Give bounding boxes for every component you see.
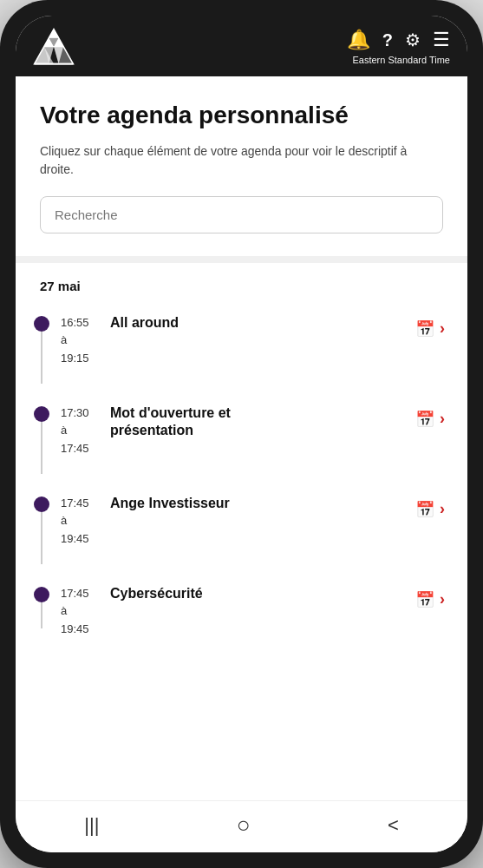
settings-icon[interactable]: ⚙: [405, 30, 421, 50]
time-sep-1: à: [61, 332, 100, 350]
bottom-nav: ||| ○ <: [16, 800, 467, 852]
event-title-2: Mot d'ouverture et présentation: [110, 404, 284, 441]
timeline-line-2: [41, 422, 42, 474]
list-item[interactable]: 17:30 à 17:45 Mot d'ouverture et présent…: [31, 394, 452, 484]
timezone-label: Eastern Standard Time: [352, 55, 450, 65]
time-start-2: 17:30: [61, 404, 100, 423]
timeline-line-3: [41, 512, 42, 564]
time-end-1: 19:15: [61, 350, 100, 368]
phone-inner: 🔔 ? ⚙ ☰ Eastern Standard Time Votre agen…: [16, 16, 467, 852]
help-icon[interactable]: ?: [382, 30, 393, 50]
svg-marker-13: [49, 30, 58, 38]
date-section: 27 mai: [16, 263, 467, 304]
timeline-dot-2: [34, 406, 49, 422]
date-label: 27 mai: [40, 279, 443, 293]
timeline-dot-3: [34, 496, 49, 512]
time-start-1: 16:55: [61, 314, 100, 332]
arrow-icon-3[interactable]: ›: [440, 500, 445, 518]
phone-frame: 🔔 ? ⚙ ☰ Eastern Standard Time Votre agen…: [0, 0, 483, 868]
menu-icon[interactable]: ☰: [433, 29, 450, 51]
event-title-1: All around: [110, 314, 179, 332]
timeline-line-4: [41, 602, 42, 628]
arrow-icon-2[interactable]: ›: [440, 410, 445, 428]
time-end-4: 19:45: [61, 621, 100, 639]
event-title-4: Cybersécurité: [110, 585, 203, 603]
arrow-icon-4[interactable]: ›: [440, 590, 445, 608]
event-actions-2: 📅 ›: [415, 410, 445, 429]
top-bar: 🔔 ? ⚙ ☰ Eastern Standard Time: [16, 16, 467, 76]
timeline-connector-3: [31, 495, 52, 564]
timeline-dot-4: [34, 587, 49, 602]
event-content-2: Mot d'ouverture et présentation 📅 ›: [100, 404, 452, 441]
header-section: Votre agenda personnalisé Cliquez sur ch…: [16, 76, 467, 247]
list-item[interactable]: 17:45 à 19:45 Cybersécurité 📅 ›: [31, 575, 452, 649]
logo-area: [33, 26, 75, 68]
timeline-line-1: [41, 332, 42, 384]
event-title-3: Ange Investisseur: [110, 495, 230, 513]
content-area: Votre agenda personnalisé Cliquez sur ch…: [16, 76, 467, 800]
time-end-2: 17:45: [61, 440, 100, 458]
time-col-4: 17:45 à 19:45: [52, 585, 100, 639]
nav-back-icon[interactable]: <: [388, 814, 399, 837]
time-col-1: 16:55 à 19:15: [52, 314, 100, 368]
time-col-2: 17:30 à 17:45: [52, 404, 100, 458]
nav-lines-icon[interactable]: |||: [84, 814, 99, 837]
list-item[interactable]: 16:55 à 19:15 All around 📅 ›: [31, 304, 452, 394]
timeline-connector-4: [31, 585, 52, 628]
time-sep-2: à: [61, 422, 100, 440]
time-sep-3: à: [61, 512, 100, 530]
calendar-icon-4[interactable]: 📅: [415, 590, 434, 609]
event-content-4: Cybersécurité 📅 ›: [100, 585, 452, 609]
nav-home-icon[interactable]: ○: [237, 812, 251, 838]
time-col-3: 17:45 à 19:45: [52, 495, 100, 549]
page-subtitle: Cliquez sur chaque élément de votre agen…: [40, 142, 443, 179]
calendar-icon-1[interactable]: 📅: [415, 319, 434, 339]
section-divider: [16, 256, 467, 263]
calendar-icon-3[interactable]: 📅: [415, 500, 434, 519]
page-title: Votre agenda personnalisé: [40, 101, 443, 130]
timeline-connector-1: [31, 314, 52, 384]
time-start-3: 17:45: [61, 495, 100, 513]
timeline-connector-2: [31, 404, 52, 474]
event-content-3: Ange Investisseur 📅 ›: [100, 495, 452, 519]
search-input[interactable]: [40, 196, 443, 233]
event-actions-4: 📅 ›: [415, 590, 445, 609]
time-sep-4: à: [61, 602, 100, 621]
bell-icon[interactable]: 🔔: [347, 29, 370, 51]
event-content-1: All around 📅 ›: [100, 314, 452, 339]
top-icons: 🔔 ? ⚙ ☰ Eastern Standard Time: [347, 29, 450, 65]
calendar-icon-2[interactable]: 📅: [415, 410, 434, 429]
timeline: 16:55 à 19:15 All around 📅 ›: [16, 304, 467, 667]
arrow-icon-1[interactable]: ›: [440, 319, 445, 338]
list-item[interactable]: 17:45 à 19:45 Ange Investisseur 📅 ›: [31, 484, 452, 575]
logo-icon: [33, 26, 75, 68]
event-actions-1: 📅 ›: [415, 319, 445, 339]
time-start-4: 17:45: [61, 585, 100, 603]
timeline-dot-1: [34, 316, 49, 332]
event-actions-3: 📅 ›: [415, 500, 445, 519]
time-end-3: 19:45: [61, 530, 100, 549]
